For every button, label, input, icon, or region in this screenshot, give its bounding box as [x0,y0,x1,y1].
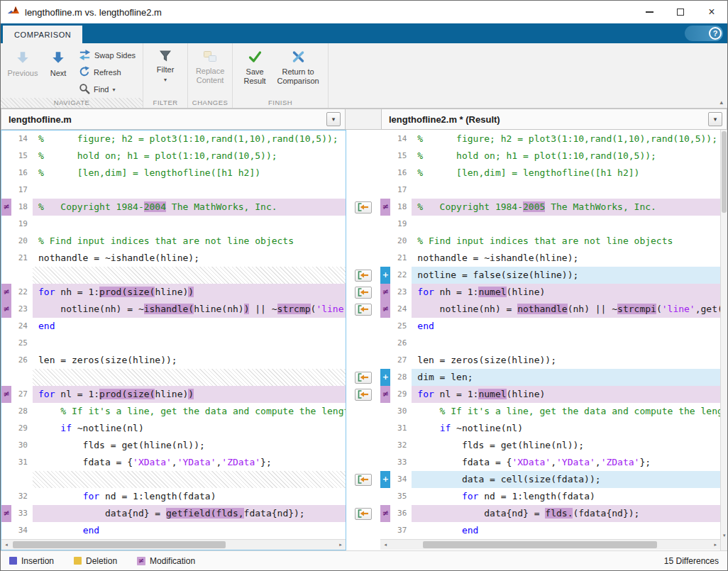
return-to-comparison-button[interactable]: Return toComparison [272,47,324,98]
modification-marker-icon: ≠ [1,505,11,522]
left-horizontal-scrollbar[interactable]: ◂ ▸ [1,539,346,550]
gutter-row [346,267,380,284]
merge-change-button[interactable] [355,389,372,401]
line-number: 31 [390,420,412,437]
code-text: % [len,dim] = lengthofline([h1 h2]) [33,165,346,182]
difference-count: 15 Differences [664,556,719,566]
marker-cell [380,182,390,199]
scroll-left-icon[interactable]: ◂ [380,540,390,550]
scroll-right-icon[interactable]: ▸ [336,540,346,550]
line-number: 17 [390,182,412,199]
code-line: 25 [1,335,346,352]
modification-chip-icon: ≠ [137,557,145,565]
insertion-marker-icon: + [380,267,390,284]
save-result-button[interactable]: SaveResult [237,47,272,98]
gutter-row [346,335,380,352]
code-line: 37 end [380,522,720,539]
code-line: 29 if ~notline(nl) [1,420,346,437]
gutter-row [346,505,380,522]
merge-change-button[interactable] [355,372,372,384]
ribbon-tab-strip: COMPARISON ? [1,23,727,43]
line-number: 36 [390,505,412,522]
next-arrow-icon [50,50,66,67]
code-text: len = zeros(size(hline)); [33,352,346,369]
filter-button[interactable]: Filter ▾ [148,47,183,98]
gutter-row [346,352,380,369]
line-number: 26 [390,335,412,352]
previous-button[interactable]: Previous [5,47,40,98]
code-line: ≠36 data{nd} = flds.(fdata{nd}); [380,505,720,522]
vertical-scrollbar[interactable]: ▾ [720,130,727,550]
line-number: 23 [390,284,412,301]
merge-change-button[interactable] [355,270,372,282]
code-line: +28dim = len; [380,369,720,386]
line-number: 29 [390,386,412,403]
merge-change-button[interactable] [355,304,372,316]
help-button[interactable]: ? [685,26,723,41]
line-number: 18 [390,199,412,216]
gutter-row [346,386,380,403]
code-line [1,471,346,488]
maximize-button[interactable] [665,1,696,23]
next-button[interactable]: Next [40,47,76,98]
line-number: 21 [11,250,33,267]
line-number: 34 [390,471,412,488]
code-text: notline(nh) = nothandle(nh) || ~strcmpi(… [412,301,720,318]
code-line: 17 [1,182,346,199]
line-number: 30 [390,403,412,420]
swap-sides-button[interactable]: Swap Sides [79,48,136,62]
gutter-row [346,318,380,335]
code-text [412,216,720,233]
left-hscroll-thumb[interactable] [13,541,226,548]
find-button[interactable]: Find ▾ [79,82,136,96]
gutter-row [346,471,380,488]
replace-content-button[interactable]: ReplaceContent [192,47,228,98]
code-line: 15% hold on; h1 = plot(1:10,rand(10,5)); [380,148,720,165]
close-button[interactable]: × [696,1,727,23]
gutter-row [346,250,380,267]
gutter-row [346,454,380,471]
code-text: for nh = 1:prod(size(hline)) [33,284,346,301]
code-line: 15% hold on; h1 = plot(1:10,rand(10,5)); [1,148,346,165]
code-line: 25end [380,318,720,335]
minimize-button[interactable] [634,1,665,23]
right-panel-title: lengthofline2.m * (Result) [389,114,500,125]
code-text [33,267,346,284]
right-hscroll-thumb[interactable] [423,541,657,548]
marker-cell [1,437,11,454]
code-text: end [412,318,720,335]
vscroll-thumb[interactable] [722,131,727,213]
line-number: 37 [390,522,412,539]
code-text: data{nd} = flds.(fdata{nd}); [412,505,720,522]
marker-cell [380,488,390,505]
code-text: notline(nh) = ~ishandle(hline(nh)) || ~s… [33,301,346,318]
gutter-row [346,182,380,199]
refresh-button[interactable]: Refresh [79,65,136,79]
scroll-left-icon[interactable]: ◂ [1,540,11,550]
marker-cell [1,522,11,539]
merge-change-button[interactable] [355,474,372,486]
scroll-down-icon[interactable]: ▾ [721,533,727,538]
line-number: 32 [390,437,412,454]
title-bar: lengthofline.m vs. lengthofline2.m × [1,1,727,23]
marker-cell [1,352,11,369]
marker-cell [1,216,11,233]
left-panel-menu-button[interactable]: ▾ [326,112,341,126]
merge-change-button[interactable] [355,508,372,520]
marker-cell [380,318,390,335]
modification-marker-icon: ≠ [1,301,11,318]
left-code-panel: 14% figure; h2 = plot3(1:10,rand(1,10),r… [1,130,346,550]
group-label-filter: FILTER [143,98,187,108]
code-text: end [33,318,346,335]
marker-cell [380,454,390,471]
marker-cell [380,250,390,267]
code-text: % figure; h2 = plot3(1:10,rand(1,10),ran… [412,131,720,148]
right-panel-menu-button[interactable]: ▾ [708,112,722,126]
collapse-toolstrip-button[interactable]: ▴ [719,99,723,106]
merge-change-button[interactable] [355,287,372,299]
scroll-right-icon[interactable]: ▸ [710,540,720,550]
tab-comparison[interactable]: COMPARISON [3,26,82,43]
right-horizontal-scrollbar[interactable]: ◂ ▸ [380,539,720,550]
merge-change-button[interactable] [355,201,372,214]
line-number: 27 [390,352,412,369]
